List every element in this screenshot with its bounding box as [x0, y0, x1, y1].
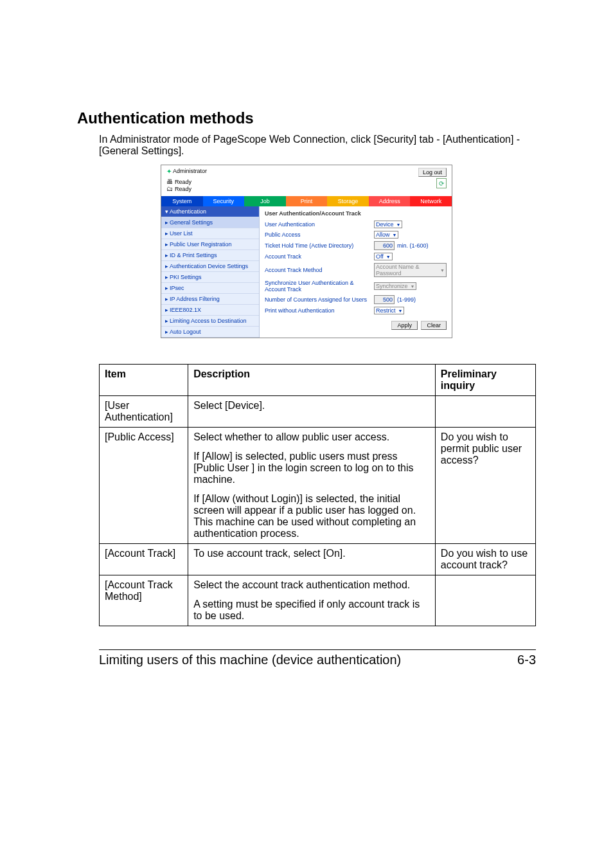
- tab-storage[interactable]: Storage: [327, 196, 369, 206]
- cell-item: [Account Track]: [100, 544, 188, 575]
- cell-desc: Select [Device].: [188, 396, 436, 428]
- table-row: [Account Track] To use account track, se…: [100, 544, 536, 575]
- cell-desc: To use account track, select [On].: [188, 544, 436, 575]
- tab-network[interactable]: Network: [410, 196, 452, 206]
- select-user-auth[interactable]: Device▼: [374, 221, 402, 228]
- tab-bar: System Security Job Print Storage Addres…: [161, 196, 452, 206]
- label-ticket-hold: Ticket Hold Time (Active Directory): [265, 242, 374, 249]
- globe-icon: ✦: [166, 168, 172, 175]
- label-sync: Synchronize User Authentication & Accoun…: [265, 280, 374, 293]
- footer-title: Limiting users of this machine (device a…: [99, 653, 401, 667]
- sidebar-item-public-user-registration[interactable]: ▸Public User Registration: [161, 239, 259, 250]
- label-user-auth: User Authentication: [265, 221, 374, 228]
- screenshot-panel: ✦ Administrator Log out 🖶Ready 🗂Ready ⟳ …: [161, 165, 452, 338]
- tab-print[interactable]: Print: [286, 196, 328, 206]
- admin-text: Administrator: [173, 168, 207, 174]
- cell-desc: Select whether to allow public user acce…: [188, 428, 436, 544]
- sidebar-header: ▾Authentication: [161, 206, 259, 217]
- select-sync[interactable]: Synchronize▼: [374, 282, 416, 290]
- tab-address[interactable]: Address: [369, 196, 411, 206]
- main-form: User Authentication/Account Track User A…: [260, 206, 452, 338]
- input-counters[interactable]: 500: [374, 295, 395, 304]
- sidebar-item-auth-device-settings[interactable]: ▸Authentication Device Settings: [161, 261, 259, 272]
- tab-system[interactable]: System: [161, 196, 203, 206]
- clear-button[interactable]: Clear: [421, 321, 447, 330]
- sidebar-item-user-list[interactable]: ▸User List: [161, 228, 259, 239]
- cell-inquiry: [435, 396, 535, 428]
- select-public-access[interactable]: Allow▼: [374, 231, 398, 239]
- page-heading: Authentication methods: [77, 109, 536, 127]
- sidebar: ▾Authentication ▸General Settings ▸User …: [161, 206, 260, 338]
- label-account-track: Account Track: [265, 253, 374, 260]
- table-row: [Public Access] Select whether to allow …: [100, 428, 536, 544]
- th-inquiry: Preliminary inquiry: [435, 365, 535, 396]
- label-counters: Number of Counters Assigned for Users: [265, 296, 374, 303]
- admin-label: ✦ Administrator: [166, 168, 207, 175]
- refresh-icon[interactable]: ⟳: [436, 178, 447, 188]
- select-account-track-method[interactable]: Account Name & Password▼: [374, 263, 447, 277]
- cell-item: [Account Track Method]: [100, 575, 188, 626]
- sidebar-item-ip-filtering[interactable]: ▸IP Address Filtering: [161, 294, 259, 305]
- printer-icon: 🖶: [166, 178, 173, 185]
- th-item: Item: [100, 365, 188, 396]
- sidebar-item-limiting-access[interactable]: ▸Limiting Access to Destination: [161, 316, 259, 327]
- chevron-down-icon: ▼: [398, 309, 403, 313]
- chevron-down-icon: ▼: [386, 255, 391, 259]
- input-ticket-hold[interactable]: 600: [374, 241, 395, 250]
- sidebar-item-ipsec[interactable]: ▸IPsec: [161, 283, 259, 294]
- table-row: [User Authentication] Select [Device].: [100, 396, 536, 428]
- counters-range: (1-999): [397, 296, 416, 303]
- status-text-1: Ready: [175, 179, 191, 185]
- cell-inquiry: [435, 575, 535, 626]
- label-print-without-auth: Print without Authentication: [265, 307, 374, 314]
- th-description: Description: [188, 365, 436, 396]
- status-text-2: Ready: [175, 186, 191, 192]
- footer-page: 6-3: [517, 653, 536, 667]
- sidebar-item-pki-settings[interactable]: ▸PKI Settings: [161, 272, 259, 283]
- sidebar-item-general-settings[interactable]: ▸General Settings: [161, 217, 259, 228]
- section-title: User Authentication/Account Track: [265, 210, 447, 217]
- cell-inquiry: Do you wish to use account track?: [435, 544, 535, 575]
- table-row: [Account Track Method] Select the accoun…: [100, 575, 536, 626]
- chevron-down-icon: ▼: [393, 233, 397, 237]
- tab-job[interactable]: Job: [244, 196, 286, 206]
- footer-rule: [99, 649, 536, 650]
- label-public-access: Public Access: [265, 231, 374, 238]
- tray-icon: 🗂: [166, 185, 173, 192]
- sidebar-item-id-print-settings[interactable]: ▸ID & Print Settings: [161, 250, 259, 261]
- intro-text: In Administrator mode of PageScope Web C…: [99, 134, 536, 157]
- cell-item: [Public Access]: [100, 428, 188, 544]
- label-account-track-method: Account Track Method: [265, 267, 374, 273]
- select-account-track[interactable]: Off▼: [374, 253, 393, 260]
- chevron-down-icon: ▼: [440, 268, 445, 273]
- select-print-without-auth[interactable]: Restrict▼: [374, 307, 404, 314]
- cell-item: [User Authentication]: [100, 396, 188, 428]
- sidebar-item-auto-logout[interactable]: ▸Auto Logout: [161, 327, 259, 338]
- ticket-range: min. (1-600): [397, 242, 429, 249]
- chevron-down-icon: ▼: [411, 284, 415, 289]
- cell-inquiry: Do you wish to permit public user access…: [435, 428, 535, 544]
- cell-desc: Select the account track authentication …: [188, 575, 436, 626]
- sidebar-item-ieee8021x[interactable]: ▸IEEE802.1X: [161, 305, 259, 316]
- description-table: Item Description Preliminary inquiry [Us…: [99, 364, 536, 626]
- logout-button[interactable]: Log out: [418, 168, 447, 177]
- apply-button[interactable]: Apply: [391, 321, 418, 330]
- tab-security[interactable]: Security: [203, 196, 245, 206]
- chevron-down-icon: ▼: [396, 222, 401, 227]
